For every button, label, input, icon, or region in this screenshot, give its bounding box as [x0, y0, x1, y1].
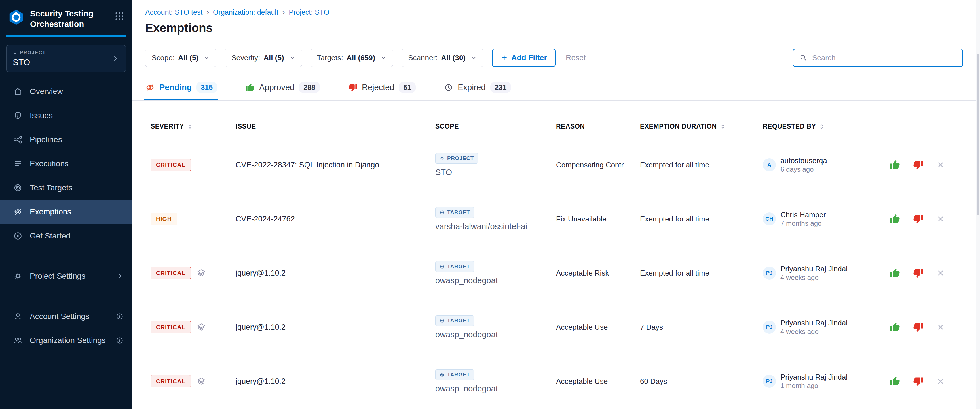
scope-name: owasp_nodegoat [435, 276, 498, 285]
dismiss-button[interactable] [936, 377, 945, 385]
app-root: Security Testing Orchestration PROJECT S… [0, 0, 980, 409]
sidebar-item-project-settings[interactable]: Project Settings [0, 264, 132, 288]
approve-button[interactable] [890, 160, 900, 170]
table-row[interactable]: CRITICAL jquery@1.10.2 TARGET owasp_node… [132, 300, 976, 354]
dismiss-button[interactable] [936, 269, 945, 277]
avatar: PJ [763, 375, 776, 388]
scope-filter-dropdown[interactable]: Scope: All (5) [145, 49, 216, 67]
sidebar-item-pipelines[interactable]: Pipelines [0, 127, 132, 152]
tab-count-badge: 51 [399, 82, 416, 93]
sidebar-item-issues[interactable]: Issues [0, 103, 132, 127]
tab-expired[interactable]: Expired 231 [444, 75, 511, 100]
exemption-duration: Exempted for all time [640, 215, 763, 224]
main-content: Account: STO test › Organization: defaul… [132, 0, 976, 409]
project-selector[interactable]: PROJECT STO [6, 45, 126, 72]
table-row[interactable]: CRITICAL jquery@1.10.2 TARGET owasp_node… [132, 246, 976, 300]
exemption-reason: Acceptable Risk [556, 269, 640, 277]
reject-button[interactable] [913, 268, 923, 278]
scope-name: STO [435, 168, 452, 177]
scanner-filter-dropdown[interactable]: Scanner: All (30) [401, 49, 484, 67]
column-header-requested-by: REQUESTED BY [763, 123, 885, 138]
search-input[interactable] [811, 53, 957, 63]
search-box [793, 49, 963, 67]
sidebar-item-test-targets[interactable]: Test Targets [0, 176, 132, 200]
tab-pending[interactable]: Pending 315 [145, 75, 217, 100]
sort-icon[interactable] [187, 124, 193, 130]
dismiss-button[interactable] [936, 161, 945, 169]
chevron-down-icon [204, 55, 210, 61]
sidebar-item-overview[interactable]: Overview [0, 79, 132, 103]
approve-button[interactable] [890, 268, 900, 278]
sidebar-accent-rule [6, 35, 126, 36]
issue-name: CVE-2024-24762 [235, 215, 435, 224]
reject-button[interactable] [913, 376, 923, 386]
avatar: PJ [763, 266, 776, 279]
severity-filter-dropdown[interactable]: Severity: All (5) [225, 49, 302, 67]
sidebar-nav: Overview Issues Pipelines Executions [0, 79, 132, 248]
sidebar-item-organization-settings[interactable]: Organization Settings [0, 328, 132, 352]
sidebar-item-label: Organization Settings [30, 336, 106, 345]
column-header-reason: REASON [556, 123, 640, 138]
target-icon [439, 318, 445, 323]
tab-label: Rejected [362, 83, 394, 92]
sidebar-item-label: Account Settings [30, 312, 89, 321]
dismiss-button[interactable] [936, 323, 945, 331]
table-row[interactable]: HIGH CVE-2024-24762 TARGET varsha-lalwan… [132, 192, 976, 246]
sidebar-item-get-started[interactable]: Get Started [0, 224, 132, 248]
breadcrumb-org-link[interactable]: Organization: default [213, 8, 278, 16]
sort-icon[interactable] [720, 124, 726, 130]
column-header-duration: EXEMPTION DURATION [640, 123, 763, 138]
reject-button[interactable] [913, 214, 923, 224]
info-icon[interactable] [116, 312, 124, 320]
add-filter-button[interactable]: Add Filter [492, 49, 555, 67]
breadcrumb-account-link[interactable]: Account: STO test [145, 8, 202, 16]
tab-label: Expired [458, 83, 485, 92]
breadcrumb-separator: › [282, 8, 285, 17]
scope-name: varsha-lalwani/ossintel-ai [435, 222, 527, 231]
sidebar: Security Testing Orchestration PROJECT S… [0, 0, 132, 409]
scrollbar-thumb[interactable] [977, 54, 980, 215]
sidebar-item-account-settings[interactable]: Account Settings [0, 304, 132, 328]
reject-button[interactable] [913, 322, 923, 332]
exemption-reason: Acceptable Use [556, 323, 640, 332]
page-title: Exemptions [145, 21, 963, 35]
user-gear-icon [13, 312, 23, 321]
sidebar-item-exemptions[interactable]: Exemptions [0, 200, 132, 224]
home-icon [13, 87, 23, 96]
approve-button[interactable] [890, 376, 900, 386]
column-header-actions [885, 130, 976, 138]
info-icon[interactable] [116, 336, 124, 344]
table-row[interactable]: CRITICAL CVE-2022-28347: SQL Injection i… [132, 138, 976, 192]
target-icon [439, 210, 445, 215]
avatar: A [763, 159, 776, 171]
tab-count-badge: 288 [299, 82, 320, 93]
targets-filter-dropdown[interactable]: Targets: All (659) [310, 49, 393, 67]
layers-icon [197, 268, 206, 278]
play-circle-icon [13, 231, 23, 241]
sidebar-item-executions[interactable]: Executions [0, 152, 132, 176]
tab-approved[interactable]: Approved 288 [245, 75, 320, 100]
clock-icon [444, 83, 453, 92]
requested-time: 4 weeks ago [780, 273, 848, 282]
scope-name: owasp_nodegoat [435, 384, 498, 393]
vertical-scrollbar[interactable] [976, 0, 980, 409]
requester-name: Chris Hamper [780, 210, 826, 219]
approve-button[interactable] [890, 214, 900, 224]
table-row[interactable]: CRITICAL jquery@1.10.2 TARGET owasp_node… [132, 354, 976, 409]
column-header-severity: SEVERITY [151, 123, 235, 138]
reject-button[interactable] [913, 160, 923, 170]
scope-type-badge: TARGET [435, 207, 474, 218]
severity-badge: CRITICAL [151, 159, 191, 171]
app-switcher-icon[interactable] [114, 11, 125, 22]
shield-icon [13, 111, 23, 120]
reset-filters-button[interactable]: Reset [564, 53, 587, 63]
dismiss-button[interactable] [936, 215, 945, 223]
tab-rejected[interactable]: Rejected 51 [348, 75, 416, 100]
breadcrumb-project-link[interactable]: Project: STO [289, 8, 329, 16]
diamond-icon [13, 51, 17, 55]
approve-button[interactable] [890, 322, 900, 332]
sidebar-item-label: Test Targets [30, 183, 72, 192]
filter-bar: Scope: All (5) Severity: All (5) Targets… [132, 41, 976, 75]
issue-name: jquery@1.10.2 [235, 323, 435, 332]
sort-icon[interactable] [819, 124, 825, 130]
